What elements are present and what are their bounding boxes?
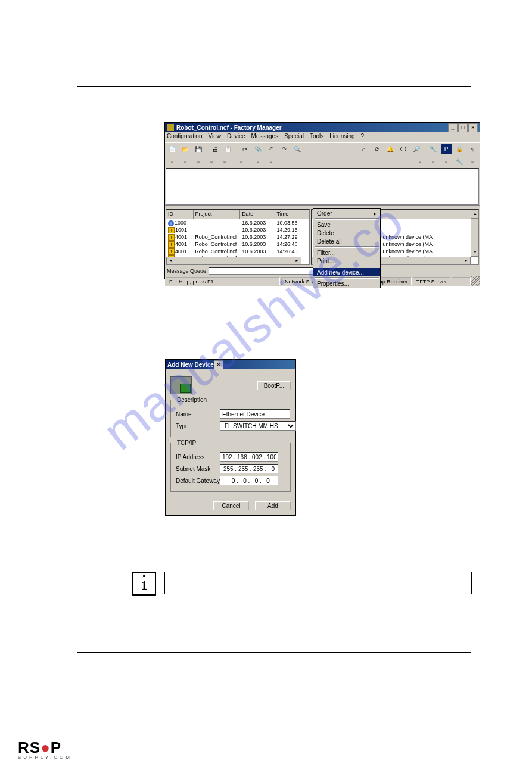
section-divider-top bbox=[77, 86, 471, 87]
close-button[interactable]: × bbox=[468, 123, 478, 132]
window-title: Robot_Control.ncf - Factory Manager bbox=[176, 124, 282, 131]
info-icon: 1 bbox=[132, 572, 156, 596]
maximize-button[interactable]: □ bbox=[458, 123, 468, 132]
new-icon[interactable]: 📄 bbox=[166, 143, 178, 155]
description-group: Description Name Type FL SWITCH MM HS bbox=[170, 397, 301, 437]
status-help: For Help, press F1 bbox=[166, 277, 280, 285]
menu-device[interactable]: Device bbox=[227, 133, 245, 142]
t2-2-icon[interactable]: ▫ bbox=[179, 155, 191, 167]
note-box bbox=[164, 572, 472, 594]
col-project[interactable]: Project bbox=[194, 210, 241, 219]
redo-icon[interactable]: ↷ bbox=[278, 143, 290, 155]
table-row[interactable]: i100016.6.200310:03:56 bbox=[166, 219, 309, 226]
col-date[interactable]: Date bbox=[240, 210, 275, 219]
menu-item[interactable]: Filter... bbox=[313, 248, 380, 257]
message-list[interactable]: ID Project Date Time i100016.6.200310:03… bbox=[166, 209, 310, 265]
message-queue-label: Message Queue bbox=[167, 268, 206, 274]
ip-label: IP Address bbox=[176, 454, 220, 460]
canvas-area[interactable] bbox=[166, 168, 479, 205]
t2-5-icon[interactable]: ▫ bbox=[219, 155, 231, 167]
section-divider-bottom bbox=[77, 652, 471, 653]
col-id[interactable]: ID bbox=[166, 210, 194, 219]
dialog-close-button[interactable]: × bbox=[214, 360, 223, 369]
device-icon bbox=[170, 376, 192, 394]
mask-label: Subnet Mask bbox=[176, 466, 220, 472]
t2-7-icon[interactable]: ▫ bbox=[252, 155, 264, 167]
menu-item[interactable]: Save bbox=[313, 220, 380, 229]
description-legend: Description bbox=[176, 397, 208, 403]
msg-v-scrollbar[interactable]: ▲▼ bbox=[471, 210, 478, 257]
table-row[interactable]: !100110.6.200314:29:15 bbox=[166, 226, 309, 233]
menu-help[interactable]: ? bbox=[361, 133, 365, 142]
toolbar-main: 📄 📂 💾 🖨 📋 ✂ 📎 ↶ ↷ 🔍 ⌂ ⟳ 🔔 🖵 🔎 🔧 P 🔒 bbox=[165, 142, 480, 155]
refresh-icon[interactable]: ⟳ bbox=[371, 143, 383, 155]
t2-3-icon[interactable]: ▫ bbox=[192, 155, 204, 167]
screen-icon[interactable]: 🖵 bbox=[397, 143, 409, 155]
menu-item[interactable]: Properties... bbox=[313, 279, 380, 288]
bell-icon[interactable]: 🔔 bbox=[384, 143, 396, 155]
search2-icon[interactable]: 🔎 bbox=[410, 143, 422, 155]
type-label: Type bbox=[176, 423, 220, 429]
lock-icon[interactable]: 🔒 bbox=[453, 143, 465, 155]
minimize-button[interactable]: _ bbox=[448, 123, 458, 132]
t2-6-icon[interactable]: ▫ bbox=[235, 155, 247, 167]
menu-item[interactable]: Delete all bbox=[313, 237, 380, 245]
table-row[interactable]: !4001Robo_Control.ncf10.6.200314:26:48 bbox=[166, 241, 309, 248]
dialog-titlebar[interactable]: Add New Device × bbox=[166, 360, 295, 369]
name-field[interactable] bbox=[220, 409, 290, 419]
home-icon[interactable]: ⌂ bbox=[358, 143, 370, 155]
add-button[interactable]: Add bbox=[255, 501, 291, 510]
paste-icon[interactable]: 📎 bbox=[252, 143, 264, 155]
t2-8-icon[interactable]: ▫ bbox=[265, 155, 277, 167]
t2-1-icon[interactable]: ▫ bbox=[166, 155, 178, 167]
menu-view[interactable]: View bbox=[208, 133, 221, 142]
cancel-button[interactable]: Cancel bbox=[213, 501, 249, 510]
menu-item[interactable]: Print... bbox=[313, 257, 380, 265]
menu-tools[interactable]: Tools bbox=[310, 133, 323, 142]
save-icon[interactable]: 💾 bbox=[192, 143, 204, 155]
window-titlebar[interactable]: Robot_Control.ncf - Factory Manager _ □ … bbox=[165, 123, 480, 132]
list-h-scrollbar[interactable]: ◄► bbox=[166, 257, 301, 264]
type-select[interactable]: FL SWITCH MM HS bbox=[220, 421, 296, 431]
col-time[interactable]: Time bbox=[275, 210, 309, 219]
t2r-4-icon[interactable]: 🔧 bbox=[453, 155, 465, 167]
undo-icon[interactable]: ↶ bbox=[265, 143, 277, 155]
cut-icon[interactable]: ✂ bbox=[239, 143, 251, 155]
park-icon[interactable]: P bbox=[440, 143, 452, 155]
rsp-logo: RS●RSPP SUPPLY.COM bbox=[18, 739, 72, 760]
gateway-field[interactable] bbox=[220, 476, 278, 485]
factory-manager-window: Robot_Control.ncf - Factory Manager _ □ … bbox=[164, 122, 480, 279]
toolbar-secondary: ▫ ▫ ▫ ▫ ▫ ▫ ▫ ▫ ▫ ▫ ▫ 🔧 ▫ bbox=[165, 155, 480, 167]
tool-icon[interactable]: 🔧 bbox=[427, 143, 439, 155]
t2r-3-icon[interactable]: ▫ bbox=[440, 155, 452, 167]
copy-icon[interactable]: 📋 bbox=[222, 143, 234, 155]
status-blank bbox=[452, 277, 471, 285]
find-icon[interactable]: 🔍 bbox=[291, 143, 303, 155]
t2r-2-icon[interactable]: ▫ bbox=[427, 155, 439, 167]
mask-field[interactable] bbox=[220, 464, 278, 473]
menu-special[interactable]: Special bbox=[284, 133, 304, 142]
tcpip-group: TCP/IP IP Address Subnet Mask Default Ga… bbox=[170, 440, 291, 492]
menu-licensing[interactable]: Licensing bbox=[329, 133, 354, 142]
menu-messages[interactable]: Messages bbox=[251, 133, 279, 142]
menu-configuration[interactable]: Configuration bbox=[167, 133, 202, 142]
menu-item[interactable]: Order▸ bbox=[313, 209, 380, 217]
t2r-5-icon[interactable]: ▫ bbox=[466, 155, 478, 167]
exit-icon[interactable]: ⎋ bbox=[466, 143, 478, 155]
menubar[interactable]: Configuration View Device Messages Speci… bbox=[165, 132, 480, 142]
print-icon[interactable]: 🖨 bbox=[209, 143, 221, 155]
table-row[interactable]: !4001Robo_Control.ncf10.6.200314:27:29 bbox=[166, 233, 309, 241]
name-label: Name bbox=[176, 411, 220, 417]
menu-item[interactable]: Delete bbox=[313, 229, 380, 237]
bootp-button[interactable]: BootP... bbox=[257, 381, 291, 390]
list-header[interactable]: ID Project Date Time bbox=[166, 210, 309, 219]
resize-grip[interactable] bbox=[471, 276, 480, 286]
open-icon[interactable]: 📂 bbox=[179, 143, 191, 155]
tcpip-legend: TCP/IP bbox=[176, 440, 197, 446]
menu-item[interactable]: Add new device... bbox=[313, 268, 380, 276]
ip-field[interactable] bbox=[220, 452, 278, 462]
t2r-1-icon[interactable]: ▫ bbox=[414, 155, 426, 167]
table-row[interactable]: !4001Robo_Control.ncf10.6.200314:26:48 bbox=[166, 248, 309, 255]
dialog-title: Add New Device bbox=[167, 362, 214, 368]
t2-4-icon[interactable]: ▫ bbox=[206, 155, 217, 167]
